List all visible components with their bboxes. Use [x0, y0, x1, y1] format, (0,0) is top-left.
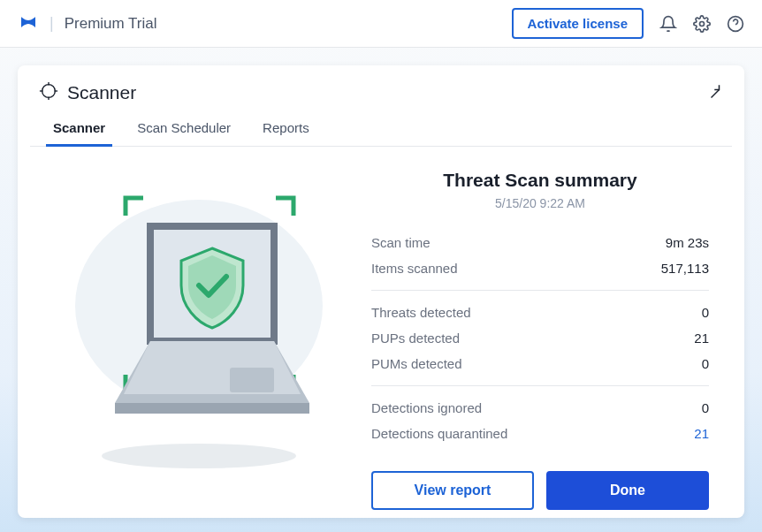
topbar: | Premium Trial Activate license [0, 0, 762, 48]
svg-marker-15 [115, 403, 309, 414]
activate-license-button[interactable]: Activate license [512, 8, 644, 39]
value: 0 [702, 356, 709, 371]
label: Detections quarantined [371, 426, 507, 441]
gear-icon[interactable] [693, 15, 711, 33]
row-threats-detected: Threats detected 0 [371, 300, 709, 325]
summary-timestamp: 5/15/20 9:22 AM [371, 196, 709, 210]
logo-divider: | [50, 14, 54, 33]
value: 0 [702, 305, 709, 320]
row-detections-ignored: Detections ignored 0 [371, 395, 709, 421]
topbar-right: Activate license [512, 8, 744, 39]
label: Scan time [371, 235, 431, 250]
help-icon[interactable] [727, 15, 744, 33]
product-name: Premium Trial [65, 15, 157, 33]
row-detections-quarantined: Detections quarantined 21 [371, 421, 709, 446]
scanner-icon [39, 81, 58, 104]
tabs: Scanner Scan Scheduler Reports [30, 111, 732, 147]
scan-summary: Threat Scan summary 5/15/20 9:22 AM Scan… [371, 164, 709, 510]
divider [371, 290, 709, 291]
row-pups-detected: PUPs detected 21 [371, 325, 709, 351]
value: 0 [702, 400, 709, 415]
malwarebytes-logo-icon [18, 11, 39, 36]
summary-actions: View report Done [371, 471, 709, 510]
row-scan-time: Scan time 9m 23s [371, 230, 709, 255]
bell-icon[interactable] [659, 15, 677, 33]
tab-reports[interactable]: Reports [261, 111, 311, 146]
svg-line-8 [712, 90, 720, 98]
label: Detections ignored [371, 400, 482, 415]
done-button[interactable]: Done [546, 471, 709, 510]
scanner-card: Scanner Scanner Scan Scheduler Reports [18, 65, 744, 518]
row-items-scanned: Items scanned 517,113 [371, 255, 709, 281]
value: 21 [694, 331, 709, 346]
label: Threats detected [371, 305, 471, 320]
tab-scanner[interactable]: Scanner [51, 111, 107, 146]
value: 517,113 [661, 261, 709, 276]
divider [371, 385, 709, 386]
summary-title: Threat Scan summary [371, 170, 709, 191]
collapse-icon[interactable] [707, 83, 723, 103]
label: PUMs detected [371, 356, 462, 371]
laptop-shield-illustration [35, 164, 354, 483]
view-report-button[interactable]: View report [371, 471, 534, 510]
card-title: Scanner [67, 82, 136, 103]
label: Items scanned [371, 261, 458, 276]
value[interactable]: 21 [694, 426, 709, 441]
svg-point-0 [700, 21, 705, 26]
value: 9m 23s [666, 235, 709, 250]
tab-scan-scheduler[interactable]: Scan Scheduler [135, 111, 232, 146]
logo-area: | Premium Trial [18, 11, 157, 36]
card-header: Scanner [18, 65, 744, 111]
svg-point-10 [102, 444, 296, 468]
svg-rect-14 [230, 368, 274, 392]
svg-point-3 [42, 85, 56, 98]
content: Threat Scan summary 5/15/20 9:22 AM Scan… [18, 147, 744, 528]
row-pums-detected: PUMs detected 0 [371, 351, 709, 376]
label: PUPs detected [371, 331, 460, 346]
